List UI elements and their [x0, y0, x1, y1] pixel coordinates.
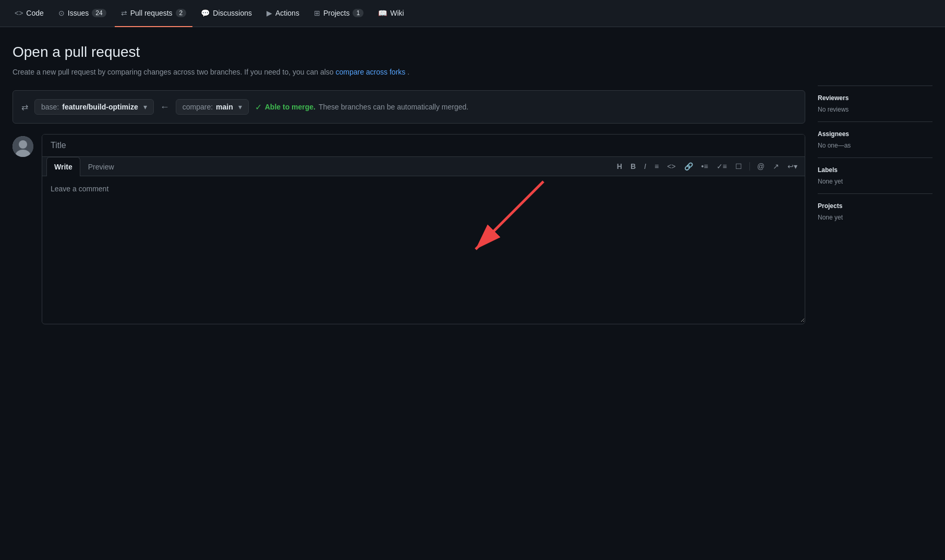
code-icon: <> [15, 9, 23, 17]
compare-branch-name: main [216, 103, 233, 111]
projects-icon: ⊞ [314, 9, 320, 17]
toolbar-buttons: H B I ≡ <> [614, 160, 801, 173]
toolbar-undo-button[interactable]: ↩▾ [784, 160, 801, 173]
toolbar-heading-button[interactable]: H [614, 160, 625, 173]
nav-actions[interactable]: ▶ Actions [260, 0, 306, 27]
toolbar-bold-button[interactable]: B [627, 160, 639, 173]
toolbar-divider [749, 162, 750, 171]
issues-badge: 24 [92, 9, 106, 17]
tab-write-label: Write [54, 163, 72, 171]
toolbar-mention-button[interactable]: @ [754, 160, 768, 173]
base-chevron-icon: ▾ [143, 103, 147, 111]
nav-projects[interactable]: ⊞ Projects 1 [308, 0, 370, 27]
nav-projects-label: Projects [323, 9, 350, 17]
tab-preview-label: Preview [88, 163, 114, 171]
merge-can-text: Able to merge. [265, 103, 316, 111]
undo-icon: ↩▾ [788, 162, 797, 171]
pr-form-container: Write Preview H B I [13, 134, 805, 324]
sidebar-assignees: Assignees No one—as [818, 121, 932, 157]
issues-icon: ⊙ [58, 9, 65, 17]
svg-point-1 [19, 140, 27, 149]
nav-wiki[interactable]: 📖 Wiki [372, 0, 410, 27]
nav-actions-label: Actions [275, 9, 299, 17]
nav-pr-label: Pull requests [130, 9, 173, 17]
tab-write[interactable]: Write [46, 157, 80, 176]
reviewers-title: Reviewers [818, 94, 932, 102]
toolbar-link-button[interactable]: 🔗 [681, 160, 696, 173]
task-list-icon: ✓≡ [717, 162, 727, 171]
labels-value: None yet [818, 178, 932, 185]
toolbar-ordered-list-button[interactable]: ≡ [651, 160, 662, 173]
wiki-icon: 📖 [378, 9, 387, 17]
nav-code[interactable]: <> Code [8, 0, 50, 27]
projects-title: Projects [818, 202, 932, 210]
reviewers-value: No reviews [818, 106, 932, 113]
base-branch-name: feature/build-optimize [62, 103, 138, 111]
unordered-list-icon: •≡ [701, 162, 708, 171]
toolbar-reference-button[interactable]: ↗ [770, 160, 782, 173]
merge-note-text: These branches can be automatically merg… [319, 103, 468, 111]
nav-pull-requests[interactable]: ⇄ Pull requests 2 [115, 0, 193, 27]
compare-icon: ⇄ [21, 102, 28, 112]
ordered-list-icon: ≡ [655, 162, 659, 171]
bold-icon: B [631, 162, 636, 171]
comment-container [42, 176, 805, 324]
compare-branch-select[interactable]: compare: main ▾ [176, 99, 249, 115]
base-branch-select[interactable]: base: feature/build-optimize ▾ [34, 99, 154, 115]
pr-icon: ⇄ [121, 9, 127, 17]
heading-icon: H [617, 162, 622, 171]
compare-chevron-icon: ▾ [238, 103, 242, 111]
avatar [13, 136, 33, 157]
compare-label: compare: [183, 103, 213, 111]
labels-title: Labels [818, 166, 932, 174]
toolbar-unordered-list-button[interactable]: •≡ [698, 160, 711, 173]
reference-icon: ↗ [773, 162, 779, 171]
avatar-svg [13, 136, 33, 157]
branch-bar: ⇄ base: feature/build-optimize ▾ ← compa… [13, 90, 805, 124]
sidebar-reviewers: Reviewers No reviews [818, 86, 932, 121]
checkbox-icon: ☐ [735, 162, 742, 171]
pr-title-input[interactable] [42, 135, 805, 157]
sidebar-projects: Projects None yet [818, 193, 932, 229]
subtitle-text: Create a new pull request by comparing c… [13, 68, 335, 76]
merge-status: ✓ Able to merge. These branches can be a… [255, 102, 468, 112]
nav-issues[interactable]: ⊙ Issues 24 [52, 0, 113, 27]
assignees-value: No one—as [818, 142, 932, 149]
nav-discussions-label: Discussions [213, 9, 252, 17]
tab-preview[interactable]: Preview [80, 157, 122, 176]
right-sidebar: Reviewers No reviews Assignees No one—as… [818, 44, 932, 324]
nav-issues-label: Issues [68, 9, 89, 17]
nav-wiki-label: Wiki [390, 9, 404, 17]
code-icon: <> [667, 162, 675, 171]
avatar-image [13, 136, 33, 157]
left-content: Open a pull request Create a new pull re… [13, 44, 805, 324]
editor-tabs: Write Preview H B I [42, 157, 805, 176]
link-icon: 🔗 [684, 162, 693, 171]
swap-arrow-icon[interactable]: ← [160, 102, 169, 113]
discussions-icon: 💬 [201, 9, 210, 17]
comment-textarea[interactable] [42, 176, 805, 322]
subtitle-end: . [407, 68, 409, 76]
toolbar-italic-button[interactable]: I [641, 160, 649, 173]
compare-forks-link[interactable]: compare across forks [335, 68, 405, 76]
toolbar-code-button[interactable]: <> [664, 160, 679, 173]
nav-discussions[interactable]: 💬 Discussions [195, 0, 258, 27]
page-title: Open a pull request [13, 44, 805, 60]
base-label: base: [41, 103, 59, 111]
toolbar-task-list-button[interactable]: ✓≡ [713, 160, 730, 173]
projects-value: None yet [818, 214, 932, 221]
italic-icon: I [644, 162, 646, 171]
page-subtitle: Create a new pull request by comparing c… [13, 67, 805, 78]
top-nav: <> Code ⊙ Issues 24 ⇄ Pull requests 2 💬 … [0, 0, 945, 27]
sidebar-labels: Labels None yet [818, 157, 932, 193]
pr-badge: 2 [176, 9, 187, 17]
actions-icon: ▶ [266, 9, 272, 17]
mention-icon: @ [757, 162, 765, 171]
toolbar-checkbox-button[interactable]: ☐ [732, 160, 745, 173]
pr-form-area: Write Preview H B I [42, 134, 805, 324]
main-container: Open a pull request Create a new pull re… [0, 27, 945, 337]
check-icon: ✓ [255, 102, 262, 112]
nav-code-label: Code [26, 9, 43, 17]
assignees-title: Assignees [818, 130, 932, 138]
projects-badge: 1 [353, 9, 364, 17]
